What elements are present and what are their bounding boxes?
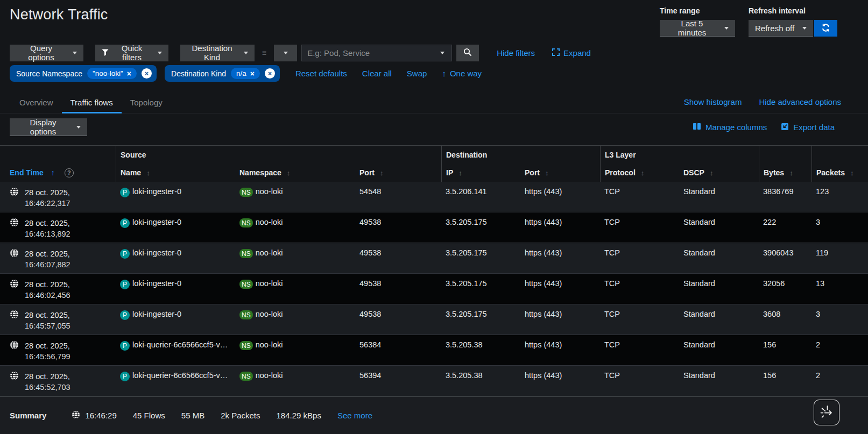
refresh-interval-select[interactable]: Refresh off	[749, 20, 813, 37]
cell-source-name: P loki-ingester-0	[116, 243, 235, 273]
table-row[interactable]: 28 oct. 2025, 16:45:57,055 P loki-ingest…	[0, 304, 868, 335]
sort-icon[interactable]: ↕	[458, 169, 462, 177]
one-way-link[interactable]: ↑ One way	[442, 69, 482, 78]
cell-source-namespace: NS noo-loki	[235, 212, 355, 243]
manage-columns-link[interactable]: Manage columns	[693, 123, 767, 132]
cell-bytes: 156	[759, 335, 811, 365]
column-packets[interactable]: Packets ↕	[811, 163, 868, 182]
group-empty	[0, 146, 116, 163]
cell-destination-ip: 3.5.205.175	[441, 243, 520, 273]
globe-icon	[72, 410, 80, 421]
cell-end-time: 28 oct. 2025, 16:45:56,799	[0, 335, 116, 365]
sort-icon[interactable]: ↕	[380, 169, 384, 177]
hide-filters-link[interactable]: Hide filters	[497, 48, 535, 58]
cell-destination-port: https (443)	[520, 366, 600, 396]
cell-end-time: 28 oct. 2025, 16:46:22,317	[0, 182, 116, 212]
column-dscp[interactable]: DSCP ↕	[679, 163, 759, 182]
pod-badge: P	[120, 372, 130, 381]
reset-defaults-link[interactable]: Reset defaults	[295, 69, 347, 78]
cell-packets: 119	[811, 243, 868, 273]
tab-traffic-flows[interactable]: Traffic flows	[62, 93, 122, 113]
swap-link[interactable]: Swap	[407, 69, 427, 78]
filter-operator-select[interactable]	[274, 45, 297, 61]
remove-chip-icon[interactable]: ×	[127, 70, 131, 77]
chip-n-a[interactable]: n/a ×	[231, 68, 260, 79]
clear-all-link[interactable]: Clear all	[362, 69, 392, 78]
refresh-button[interactable]	[814, 20, 837, 37]
show-histogram-link[interactable]: Show histogram	[684, 97, 742, 106]
quick-filters-select[interactable]: Quick filters	[95, 45, 168, 61]
column-source-namespace[interactable]: Namespace ↕	[235, 163, 355, 182]
column-source-port[interactable]: Port ↕	[355, 163, 441, 182]
cell-destination-port: https (443)	[520, 243, 600, 273]
table-row[interactable]: 28 oct. 2025, 16:45:56,799 P loki-querie…	[0, 335, 868, 366]
cell-destination-port: https (443)	[520, 182, 600, 212]
help-icon[interactable]: ?	[65, 168, 74, 177]
remove-chip-icon[interactable]: ×	[250, 70, 255, 77]
remove-chip-group-icon[interactable]: ×	[265, 68, 275, 79]
group-empty	[811, 146, 868, 163]
table-group-header-row: Source Destination L3 Layer	[0, 146, 868, 163]
namespace-badge: NS	[239, 188, 253, 197]
column-destination-ip[interactable]: IP ↕	[441, 163, 520, 182]
column-protocol[interactable]: Protocol ↕	[600, 163, 679, 182]
table-row[interactable]: 28 oct. 2025, 16:46:07,882 P loki-ingest…	[0, 243, 868, 274]
sort-icon[interactable]: ↕	[641, 169, 645, 177]
cell-end-time: 28 oct. 2025, 16:46:13,892	[0, 212, 116, 243]
column-actions: Manage columns Export data	[693, 123, 835, 132]
filter-value-group	[301, 45, 452, 61]
column-destination-port[interactable]: Port ↕	[520, 163, 600, 182]
hide-advanced-options-link[interactable]: Hide advanced options	[759, 97, 841, 106]
cell-protocol: TCP	[600, 274, 679, 304]
cell-end-time: 28 oct. 2025, 16:46:02,456	[0, 274, 116, 304]
sort-icon[interactable]: ↕	[146, 169, 150, 177]
active-filters-row: Source Namespace "noo-loki" × × Destinat…	[0, 65, 868, 82]
sort-icon[interactable]: ↕	[850, 169, 854, 177]
namespace-badge: NS	[239, 372, 253, 381]
column-end-time[interactable]: End Time ↑ ?	[0, 163, 116, 182]
arrow-up-icon: ↑	[442, 69, 446, 78]
cell-dscp: Standard	[679, 274, 759, 304]
time-range-select[interactable]: Last 5 minutes	[660, 20, 735, 37]
cell-destination-ip: 3.5.205.38	[441, 335, 520, 365]
table-row[interactable]: 28 oct. 2025, 16:45:52,703 P loki-querie…	[0, 366, 868, 396]
sort-icon[interactable]: ↕	[545, 169, 549, 177]
table-row[interactable]: 28 oct. 2025, 16:46:02,456 P loki-ingest…	[0, 274, 868, 304]
pod-badge: P	[120, 218, 130, 228]
tab-topology[interactable]: Topology	[122, 93, 171, 113]
filter-column-select[interactable]: Destination Kind	[180, 45, 255, 61]
sort-icon[interactable]: ↕	[789, 169, 793, 177]
globe-icon	[10, 279, 19, 304]
display-options-select[interactable]: Display options	[10, 118, 87, 136]
page-title: Network Traffic	[10, 6, 108, 23]
cell-packets: 13	[811, 274, 868, 304]
chip-noo-loki[interactable]: "noo-loki" ×	[87, 68, 137, 79]
sort-icon[interactable]: ↕	[710, 169, 714, 177]
tab-overview[interactable]: Overview	[11, 93, 62, 113]
cell-dscp: Standard	[679, 212, 759, 243]
cell-bytes: 32056	[759, 274, 811, 304]
summary-packets: 2k Packets	[221, 411, 260, 420]
filter-value-dropdown-button[interactable]	[433, 45, 451, 61]
cell-dscp: Standard	[679, 366, 759, 396]
see-more-link[interactable]: See more	[337, 411, 372, 420]
sort-icon[interactable]: ↕	[287, 169, 291, 177]
side-panel-toggle-button[interactable]	[814, 400, 839, 425]
sort-ascending-icon[interactable]: ↑	[51, 168, 55, 177]
query-options-select[interactable]: Query options	[10, 45, 83, 61]
table-row[interactable]: 28 oct. 2025, 16:46:13,892 P loki-ingest…	[0, 212, 868, 243]
cell-destination-ip: 3.5.206.141	[441, 182, 520, 212]
search-button[interactable]	[456, 45, 479, 61]
network-traffic-page: Network Traffic Time range Last 5 minute…	[0, 0, 868, 434]
column-bytes[interactable]: Bytes ↕	[759, 163, 811, 182]
expand-link[interactable]: Expand	[552, 48, 591, 58]
flows-table: Source Destination L3 Layer End Time ↑ ?…	[0, 145, 868, 396]
filter-value-input[interactable]	[302, 48, 433, 58]
column-source-name[interactable]: Name ↕	[116, 163, 235, 182]
cell-source-port: 54548	[355, 182, 441, 212]
remove-chip-group-icon[interactable]: ×	[142, 68, 152, 79]
table-row[interactable]: 28 oct. 2025, 16:46:22,317 P loki-ingest…	[0, 182, 868, 212]
cell-packets: 3	[811, 212, 868, 243]
cell-source-name: P loki-ingester-0	[116, 304, 235, 335]
export-data-link[interactable]: Export data	[781, 123, 835, 132]
